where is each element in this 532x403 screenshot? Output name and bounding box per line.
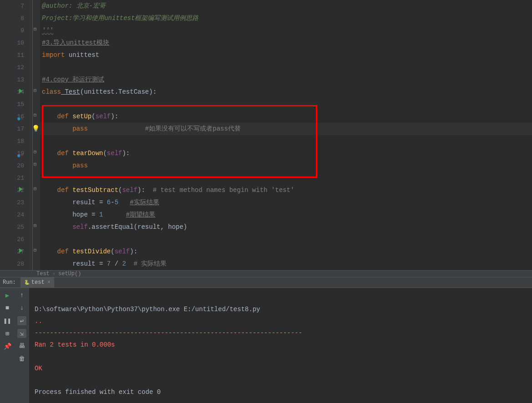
breadcrumb-item[interactable]: Test: [36, 271, 50, 277]
gutter-line[interactable]: 26: [0, 233, 32, 246]
gutter-line[interactable]: 9: [0, 25, 32, 37]
gutter-line[interactable]: 11: [0, 49, 32, 61]
gutter-line[interactable]: 19◉↑: [0, 147, 32, 160]
fold-column: ⊟ ⊟ ⊟ ⊟ ⊟ ⊟ ⊟ ⊟ ⊟: [33, 0, 40, 270]
gutter-line[interactable]: 13: [0, 74, 32, 86]
run-class-icon[interactable]: [19, 89, 23, 93]
console-line: D:\software\Python\Python37\python.exe E…: [35, 306, 260, 313]
gutter-line[interactable]: 18: [0, 135, 32, 147]
code-text: #4.copy 和运行测试: [42, 76, 104, 83]
print-icon[interactable]: 🖶: [17, 342, 26, 351]
run-label: Run:: [3, 279, 16, 286]
console-output[interactable]: D:\software\Python\Python37\python.exe E…: [29, 288, 532, 403]
run-tab[interactable]: 🐍 test ×: [20, 277, 54, 287]
trash-icon[interactable]: 🗑: [17, 354, 26, 363]
breadcrumb-item[interactable]: setUp(): [58, 271, 81, 277]
pause-icon[interactable]: ❚❚: [3, 316, 12, 325]
fold-icon[interactable]: ⊟: [34, 161, 36, 167]
gutter-line[interactable]: 27: [0, 246, 32, 258]
gutter-line[interactable]: 12: [0, 61, 32, 74]
gutter-line[interactable]: 22: [0, 184, 32, 196]
run-panel: ▶ ■ ❚❚ ⊞ 📌 ↑ ↓ ↩ ⇲ 🖶 🗑 D:\software\Pytho…: [0, 288, 532, 403]
stop-icon[interactable]: ■: [3, 303, 12, 312]
gutter-line[interactable]: 7: [0, 0, 32, 12]
fold-icon[interactable]: ⊟: [34, 223, 36, 228]
gutter-line[interactable]: 17: [0, 123, 32, 135]
console-line: OK: [35, 365, 42, 372]
gutter-line[interactable]: 21: [0, 172, 32, 184]
gutter-line[interactable]: 16◉↑: [0, 111, 32, 123]
gutter-line[interactable]: 15: [0, 98, 32, 111]
rerun-icon[interactable]: ▶: [3, 291, 12, 300]
intention-bulb-icon[interactable]: 💡: [32, 123, 40, 135]
gutter-line[interactable]: 20: [0, 160, 32, 172]
line-gutter: 7 8 9 10 11 12 13 14 15 16◉↑ 17 18 19◉↑ …: [0, 0, 33, 270]
fold-icon[interactable]: ⊟: [34, 88, 36, 93]
gutter-line[interactable]: 24: [0, 209, 32, 221]
run-toolbar-inner: ↑ ↓ ↩ ⇲ 🖶 🗑: [15, 288, 29, 403]
run-test-icon[interactable]: [19, 248, 23, 253]
run-test-icon[interactable]: [19, 187, 23, 191]
fold-icon[interactable]: ⊟: [34, 112, 36, 118]
gutter-line[interactable]: 8: [0, 12, 32, 25]
console-line: ..: [35, 317, 42, 325]
gutter-line[interactable]: 25: [0, 221, 32, 233]
run-toolbar-left: ▶ ■ ❚❚ ⊞ 📌: [0, 288, 15, 403]
layout-icon[interactable]: ⊞: [3, 329, 12, 338]
up-icon[interactable]: ↑: [17, 291, 26, 300]
soft-wrap-icon[interactable]: ↩: [17, 316, 26, 325]
run-tab-label: test: [31, 279, 45, 286]
python-file-icon: 🐍: [24, 280, 30, 285]
code-text: #3.导入unittest模块: [42, 39, 109, 46]
code-text: import: [42, 51, 65, 59]
fold-icon[interactable]: ⊟: [34, 26, 36, 32]
code-text: ''': [42, 27, 53, 34]
gutter-line[interactable]: 28: [0, 258, 32, 270]
code-text: Project:学习和使用unittest框架编写测试用例思路: [42, 15, 198, 22]
fold-icon[interactable]: ⊟: [34, 149, 36, 155]
console-line: Ran 2 tests in 0.000s: [35, 341, 115, 348]
scroll-end-icon[interactable]: ⇲: [17, 329, 26, 338]
code-text: @author: 北京-宏哥: [42, 2, 106, 10]
editor-area: 7 8 9 10 11 12 13 14 15 16◉↑ 17 18 19◉↑ …: [0, 0, 532, 270]
code-text: unittest: [65, 51, 99, 59]
close-tab-icon[interactable]: ×: [47, 279, 51, 286]
console-line: ----------------------------------------…: [35, 329, 302, 337]
gutter-line[interactable]: 10: [0, 37, 32, 49]
gutter-line[interactable]: 23: [0, 196, 32, 209]
run-panel-header: Run: 🐍 test ×: [0, 277, 532, 288]
breadcrumb-bar: Test › setUp(): [0, 270, 532, 277]
fold-icon[interactable]: ⊟: [34, 247, 36, 253]
down-icon[interactable]: ↓: [17, 303, 26, 312]
fold-icon[interactable]: ⊟: [34, 186, 36, 191]
gutter-line[interactable]: 14: [0, 86, 32, 98]
code-text: class: [42, 88, 61, 96]
console-line: Process finished with exit code 0: [35, 388, 161, 396]
pin-icon[interactable]: 📌: [3, 342, 12, 351]
code-editor[interactable]: @author: 北京-宏哥 Project:学习和使用unittest框架编写…: [40, 0, 532, 270]
